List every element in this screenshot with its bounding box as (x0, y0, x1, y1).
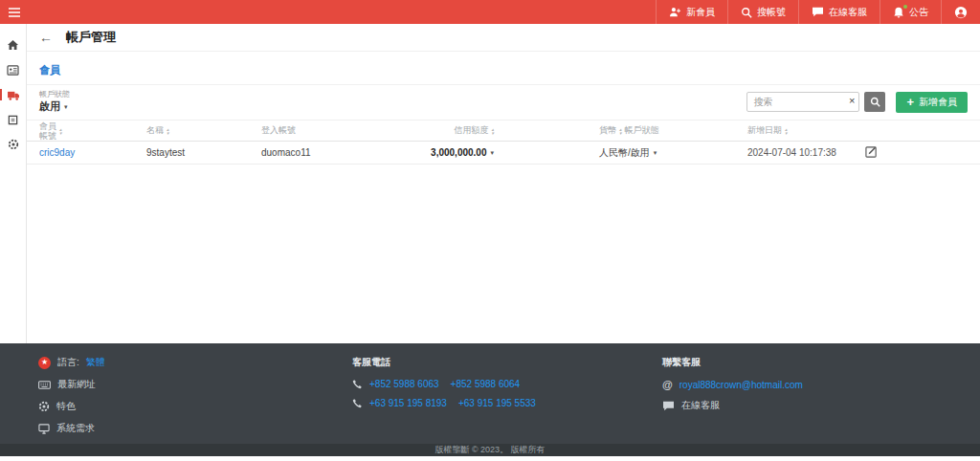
search-account-button[interactable]: 搜帳號 (727, 0, 798, 24)
footer-phone-column: 客服電話 +852 5988 6063 +852 5988 6064 +63 9… (352, 356, 662, 444)
email-link[interactable]: royal888crown@hotmail.com (679, 380, 803, 390)
language-link[interactable]: 繁體 (86, 356, 105, 369)
phone-number-link[interactable]: +852 5988 6063 (369, 379, 439, 389)
search-icon (741, 7, 752, 18)
filter-toolbar: 帳戶狀態 啟用 ▾ × + 新增會員 (27, 85, 980, 120)
phone-row: +852 5988 6063 +852 5988 6064 (352, 379, 662, 389)
login-account-cell: duomaco11 (261, 147, 405, 158)
truck-icon (7, 90, 20, 100)
header-login-account: 登入帳號 (261, 124, 405, 137)
add-member-label: 新增會員 (919, 96, 957, 109)
sidebar-item-reports[interactable] (0, 107, 26, 132)
table-header: 會員 帳號 ▴▾ 名稱 ▴▾ 登入帳號 信用額度 ▴▾ 貨幣 ▴▾ (27, 120, 980, 142)
phone-number-link[interactable]: +63 915 195 8193 (369, 398, 447, 408)
sidebar (0, 24, 27, 343)
table-row: cric9day 9staytest duomaco11 3,000,000.0… (27, 142, 980, 165)
edit-pencil-icon (865, 145, 878, 158)
email-row: @ royal888crown@hotmail.com (662, 379, 942, 390)
features-row[interactable]: 特色 (38, 400, 352, 413)
chevron-down-icon: ▾ (64, 103, 68, 110)
add-member-button[interactable]: + 新增會員 (896, 92, 968, 113)
system-requirements-link: 系統需求 (56, 422, 95, 435)
profile-button[interactable] (941, 0, 980, 24)
status-dropdown[interactable]: 啟用 ▾ (39, 99, 70, 114)
sort-icon: ▴▾ (167, 127, 169, 135)
header-member-line2: 帳號 (39, 131, 56, 141)
phone-row: +63 915 195 8193 +63 915 195 5533 (352, 398, 662, 408)
phone-number-link[interactable]: +63 915 195 5533 (458, 398, 536, 408)
account-status-filter: 帳戶狀態 啟用 ▾ (39, 90, 70, 114)
copyright-text: 版權壟斷 © 2023。 版權所有 (434, 444, 545, 456)
sidebar-item-active-module[interactable] (0, 82, 26, 107)
flag-icon: ★ (38, 357, 51, 369)
keyboard-icon (38, 381, 51, 389)
latest-url-row[interactable]: 最新網址 (38, 378, 352, 391)
search-input[interactable] (746, 92, 859, 112)
footer-contact-column: 聯繫客服 @ royal888crown@hotmail.com 在線客服 (662, 356, 942, 444)
gear-icon (38, 401, 50, 412)
phone-icon (352, 379, 363, 389)
announcements-button[interactable]: 公告 (880, 0, 941, 24)
footer: ★ 語言: 繁體 最新網址 特色 系統需求 (0, 343, 980, 456)
monitor-icon (38, 424, 50, 434)
latest-url-link: 最新網址 (57, 378, 96, 391)
edit-button[interactable] (865, 145, 878, 158)
clear-search-icon[interactable]: × (849, 95, 855, 107)
phone-section-title: 客服電話 (352, 356, 662, 369)
member-account-link[interactable]: cric9day (39, 147, 75, 158)
online-service-link: 在線客服 (681, 399, 720, 412)
chat-icon (662, 401, 675, 411)
new-member-button[interactable]: 新會員 (656, 0, 727, 24)
new-member-label: 新會員 (686, 6, 715, 19)
contact-section-title: 聯繫客服 (662, 356, 942, 369)
page-header: ← 帳戶管理 (27, 24, 980, 52)
filter-label: 帳戶狀態 (39, 90, 70, 99)
id-card-icon (7, 65, 19, 76)
back-arrow-icon[interactable]: ← (39, 31, 53, 44)
header-member-account[interactable]: 會員 帳號 ▴▾ (39, 121, 146, 142)
topbar: 新會員 搜帳號 在線客服 公告 (0, 0, 980, 24)
notification-dot (903, 5, 907, 9)
phone-icon (352, 398, 363, 408)
toolbar-right: × + 新增會員 (746, 92, 968, 113)
footer-copyright-bar: 版權壟斷 © 2023。 版權所有 (0, 444, 980, 456)
hamburger-menu-icon[interactable] (0, 0, 29, 24)
header-created-date[interactable]: 新增日期 ▴▾ (719, 124, 841, 137)
topbar-actions: 新會員 搜帳號 在線客服 公告 (656, 0, 980, 24)
language-row: ★ 語言: 繁體 (38, 356, 352, 369)
currency-status-value: 人民幣/啟用 (599, 146, 650, 160)
sort-icon: ▴▾ (619, 127, 622, 135)
search-account-label: 搜帳號 (757, 6, 786, 19)
created-date-cell: 2024-07-04 10:17:38 (719, 147, 841, 158)
sidebar-item-accounts[interactable] (0, 57, 26, 82)
status-dropdown-value: 啟用 (39, 99, 60, 114)
online-service-row[interactable]: 在線客服 (662, 399, 942, 412)
square-icon (8, 115, 18, 125)
credit-limit-value: 3,000,000.00 (431, 147, 486, 158)
tab-members[interactable]: 會員 (39, 64, 60, 76)
system-requirements-row[interactable]: 系統需求 (38, 422, 352, 435)
member-name-cell: 9staytest (146, 147, 261, 158)
header-currency-status[interactable]: 貨幣 ▴▾ 帳戶狀態 (494, 124, 719, 137)
main-content: ← 帳戶管理 會員 帳戶狀態 啟用 ▾ × + 新增會員 (27, 24, 980, 343)
search-button[interactable] (864, 92, 885, 112)
header-credit-limit[interactable]: 信用額度 ▴▾ (454, 124, 494, 137)
header-member-line1: 會員 (39, 121, 56, 131)
search-icon (870, 97, 880, 107)
sidebar-item-home[interactable] (0, 33, 26, 57)
sidebar-item-settings[interactable] (0, 132, 26, 157)
tab-bar: 會員 (27, 52, 980, 85)
bell-icon (893, 7, 904, 18)
gear-icon (8, 139, 19, 150)
header-name[interactable]: 名稱 ▴▾ (146, 124, 261, 137)
search-field-wrap: × (746, 92, 859, 112)
online-service-label: 在線客服 (829, 6, 867, 19)
chevron-down-icon: ▾ (654, 149, 657, 156)
announcements-label: 公告 (909, 6, 928, 19)
avatar-icon (954, 6, 968, 19)
chat-icon (812, 7, 824, 17)
phone-number-link[interactable]: +852 5988 6064 (451, 379, 521, 389)
currency-status-dropdown[interactable]: 人民幣/啟用 ▾ (599, 146, 719, 160)
credit-limit-dropdown[interactable]: 3,000,000.00 ▾ (431, 147, 494, 158)
online-service-button[interactable]: 在線客服 (798, 0, 880, 24)
